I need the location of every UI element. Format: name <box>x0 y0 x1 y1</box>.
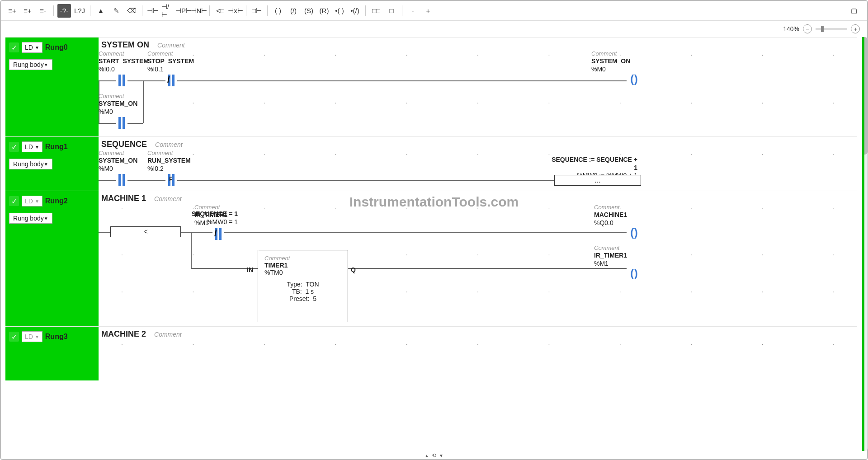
toolbar-button-23[interactable]: - <box>406 4 420 18</box>
coil[interactable]: ( ) <box>627 74 640 84</box>
rung-title[interactable]: MACHINE 2 <box>101 329 146 339</box>
element-label[interactable]: CommentRUN_SYSTEM%I0.2 <box>147 150 191 173</box>
toolbar-button-19[interactable]: •( ) <box>333 4 346 18</box>
rung-0: ✓LD ▼Rung0Rung body ▼SYSTEM ONComment···… <box>5 37 857 136</box>
function-block[interactable]: CommentTIMER1%TM0Type: TONTB: 1 sPreset:… <box>258 250 348 322</box>
compare-block[interactable]: < <box>110 226 181 237</box>
toolbar-button-16[interactable]: (/) <box>287 4 300 18</box>
zoom-handle[interactable] <box>821 26 824 32</box>
contact-no[interactable] <box>116 117 127 129</box>
grid-dots: ··········· <box>99 288 857 295</box>
rung-title[interactable]: SEQUENCE <box>101 140 147 149</box>
toolbar-button-4[interactable]: L?J <box>73 4 86 18</box>
zoom-slider[interactable] <box>816 28 847 30</box>
rung-lang-select[interactable]: LD ▼ <box>22 331 42 342</box>
toolbar-button-0[interactable]: ≡+ <box>5 4 19 18</box>
rung-name[interactable]: Rung3 <box>45 333 68 341</box>
contact-nc[interactable]: / <box>165 75 177 86</box>
contact-nc[interactable]: / <box>212 228 224 240</box>
element-label[interactable]: CommentSYSTEM_ON%M0 <box>99 93 137 116</box>
coil[interactable]: ( ) <box>627 227 640 238</box>
rung-lang-select[interactable]: LD ▼ <box>22 141 42 152</box>
rung-name[interactable]: Rung0 <box>45 43 68 52</box>
toolbar-button-15[interactable]: ( ) <box>271 4 285 18</box>
rung-name[interactable]: Rung1 <box>45 143 68 151</box>
toolbar-button-24[interactable]: + <box>421 4 435 18</box>
rung-canvas[interactable]: MACHINE 1Comment························… <box>99 191 857 326</box>
toolbar-separator <box>53 5 54 16</box>
toolbar: ≡+≡+≡--?-L?J▲✎⌫⊣⊢⊣/⊢⊣P⊢⊣N⊢<□⊣x⊢□⊢( )(/)(… <box>1 1 867 21</box>
grid-dots: ··········· <box>99 51 857 58</box>
toolbar-separator <box>142 5 142 16</box>
rung-title[interactable]: MACHINE 1 <box>101 194 146 203</box>
toolbar-button-17[interactable]: (S) <box>302 4 316 18</box>
element-label[interactable]: CommentSTART_SYSTEM%I0.0 <box>99 50 149 73</box>
contact-no[interactable] <box>116 174 127 186</box>
toolbar-separator <box>246 5 246 16</box>
rung-body-select[interactable]: Rung body ▼ <box>9 159 52 169</box>
refresh-icon[interactable]: ⟲ <box>432 452 436 459</box>
rung-name[interactable]: Rung2 <box>45 197 68 205</box>
toolbar-button-18[interactable]: (R) <box>317 4 331 18</box>
rung-lang-select[interactable]: LD ▼ <box>22 196 42 207</box>
rung-title-comment[interactable]: Comment <box>157 42 185 49</box>
element-label[interactable]: CommentIR_TIMER1%M1 <box>194 204 227 227</box>
wire <box>99 123 116 124</box>
rung-canvas[interactable]: SEQUENCEComment···········CommentSYSTEM_… <box>99 137 857 191</box>
toolbar-button-21[interactable]: □□ <box>369 4 383 18</box>
rung-enabled-check[interactable]: ✓ <box>9 42 19 52</box>
toolbar-button-1[interactable]: ≡+ <box>21 4 34 18</box>
restore-window-icon[interactable]: ▢ <box>847 4 861 18</box>
toolbar-button-6[interactable]: ✎ <box>109 4 123 18</box>
operate-block[interactable]: ... <box>554 175 641 186</box>
rung-title-comment[interactable]: Comment <box>155 141 183 148</box>
wire <box>127 123 143 124</box>
rung-body-select[interactable]: Rung body ▼ <box>9 59 52 70</box>
rung-enabled-check[interactable]: ✓ <box>9 196 19 206</box>
rung-title-comment[interactable]: Comment <box>154 331 182 338</box>
element-label[interactable]: CommentSTOP_SYSTEM%I0.1 <box>147 50 194 73</box>
toolbar-button-14[interactable]: □⊢ <box>250 4 264 18</box>
coil[interactable]: ( ) <box>627 268 640 279</box>
caret-up-icon[interactable]: ▲ <box>425 453 429 458</box>
element-label[interactable]: CommentSYSTEM_ON%M0 <box>591 50 630 73</box>
contact-rising[interactable]: P <box>165 174 177 186</box>
rung-canvas[interactable]: MACHINE 2Comment··········· <box>99 327 857 380</box>
toolbar-button-12[interactable]: <□ <box>213 4 227 18</box>
toolbar-button-7[interactable]: ⌫ <box>125 4 138 18</box>
rung-lang-select[interactable]: LD ▼ <box>22 42 42 53</box>
toolbar-button-2[interactable]: ≡- <box>36 4 50 18</box>
toolbar-button-13[interactable]: ⊣x⊢ <box>229 4 242 18</box>
bottom-collapse-strip[interactable]: ▲ ⟲ ▼ <box>1 452 867 459</box>
contact-no[interactable] <box>116 75 127 86</box>
toolbar-button-20[interactable]: •(/) <box>348 4 362 18</box>
rung-title[interactable]: SYSTEM ON <box>101 40 149 50</box>
rung-enabled-check[interactable]: ✓ <box>9 332 19 342</box>
element-label[interactable]: CommentSYSTEM_ON%M0 <box>99 150 137 173</box>
zoom-out-button[interactable]: − <box>803 24 812 33</box>
toolbar-button-5[interactable]: ▲ <box>94 4 108 18</box>
rung-body-select[interactable]: Rung body ▼ <box>9 213 52 224</box>
rung-1: ✓LD ▼Rung1Rung body ▼SEQUENCEComment····… <box>5 136 857 191</box>
rung-sidebar: ✓LD ▼Rung1Rung body ▼ <box>5 137 99 191</box>
zoom-bar: 140% − + <box>783 24 860 33</box>
caret-down-icon[interactable]: ▼ <box>439 453 443 458</box>
ladder-editor[interactable]: ✓LD ▼Rung0Rung body ▼SYSTEM ONComment···… <box>5 37 857 451</box>
grid-dots: ··········· <box>99 251 857 258</box>
wire <box>127 80 165 81</box>
element-label[interactable]: CommentMACHINE1%Q0.0 <box>594 204 627 227</box>
rung-sidebar: ✓LD ▼Rung0Rung body ▼ <box>5 38 99 136</box>
zoom-in-button[interactable]: + <box>851 24 860 33</box>
wire <box>348 268 627 269</box>
element-label[interactable]: CommentIR_TIMER1%M1 <box>594 244 627 268</box>
toolbar-button-3[interactable]: -?- <box>57 4 71 18</box>
wire <box>224 232 627 233</box>
toolbar-button-11[interactable]: ⊣N⊢ <box>192 4 206 18</box>
toolbar-button-8[interactable]: ⊣⊢ <box>146 4 160 18</box>
rung-canvas[interactable]: SYSTEM ONComment······················Co… <box>99 38 857 136</box>
toolbar-button-22[interactable]: □ <box>385 4 398 18</box>
rung-enabled-check[interactable]: ✓ <box>9 142 19 152</box>
toolbar-button-10[interactable]: ⊣P⊢ <box>177 4 190 18</box>
toolbar-button-9[interactable]: ⊣/⊢ <box>161 4 175 18</box>
rung-title-comment[interactable]: Comment <box>154 195 182 202</box>
